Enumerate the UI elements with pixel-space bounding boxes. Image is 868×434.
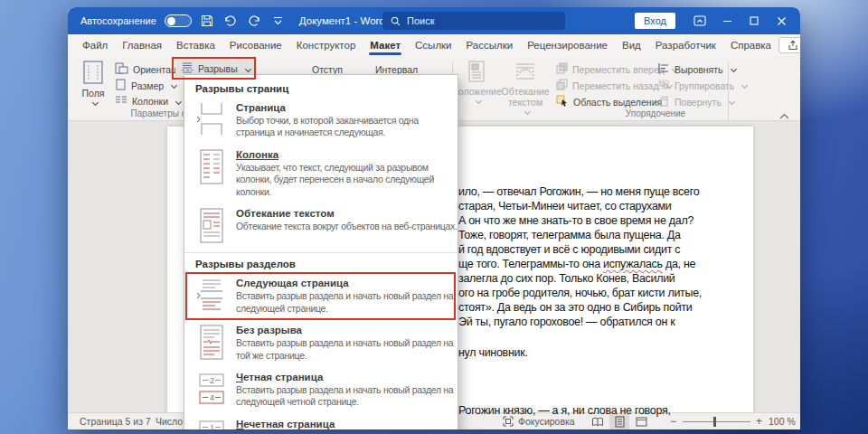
rotate-label: Повернуть xyxy=(675,97,722,108)
menu-section-page-breaks: Разрывы страниц xyxy=(184,78,458,98)
align-button[interactable]: Выровнять xyxy=(657,62,736,76)
menu-section-section-breaks: Разрывы разделов xyxy=(184,253,458,273)
menu-item-title: Колонка xyxy=(236,149,458,160)
tab-mailings[interactable]: Рассылки xyxy=(459,36,521,54)
word-window: Автосохранение xyxy=(68,7,800,429)
zoom-out-button[interactable]: − xyxy=(670,415,676,428)
menu-item-title: Нечетная страница xyxy=(236,419,458,429)
menu-item-title: Следующая страница xyxy=(236,278,458,288)
svg-text:4: 4 xyxy=(210,393,214,402)
menu-item-desc: Вставить разрыв раздела и начать новый р… xyxy=(236,337,458,362)
minimize-button[interactable] xyxy=(715,11,739,31)
next-page-break-menu-icon xyxy=(195,278,228,315)
continuous-break-menu-icon xyxy=(195,325,228,362)
tab-home[interactable]: Главная xyxy=(115,36,169,54)
menu-item-page-break[interactable]: Страница Выбор точки, в которой заканчив… xyxy=(184,98,458,145)
tab-help[interactable]: Справка xyxy=(723,36,778,54)
ribbon-display-options-icon[interactable] xyxy=(688,11,712,31)
group-button[interactable]: Группировать xyxy=(657,79,747,92)
svg-text:1: 1 xyxy=(210,423,214,429)
columns-button[interactable]: Колонки xyxy=(115,95,181,108)
undo-icon[interactable] xyxy=(223,14,239,29)
doc-text-line: ого на гробе родителя, ночью, брат кисти… xyxy=(458,287,702,299)
group-label-arrange: Упорядочение xyxy=(502,108,800,118)
tab-developer[interactable]: Разработчик xyxy=(648,36,723,54)
orientation-icon xyxy=(115,62,128,76)
menu-item-column-break[interactable]: Колонка Указывает, что текст, следующий … xyxy=(184,145,458,203)
chevron-down-icon xyxy=(729,99,735,105)
tab-draw[interactable]: Рисование xyxy=(222,36,289,54)
focus-mode-button[interactable]: Фокусировка xyxy=(503,416,575,427)
redo-icon[interactable] xyxy=(247,14,262,29)
menu-item-title: Обтекание текстом xyxy=(236,208,458,219)
search-input[interactable]: Поиск xyxy=(382,12,565,30)
margins-button[interactable]: Поля xyxy=(77,61,109,105)
svg-text:2: 2 xyxy=(210,376,214,385)
text-wrap-menu-icon xyxy=(195,208,228,244)
align-label: Выровнять xyxy=(675,64,723,75)
margins-icon xyxy=(82,61,104,86)
even-page-break-menu-icon: 2 4 xyxy=(195,372,228,409)
share-icon xyxy=(788,40,798,51)
doc-text-line: Эй ты, пугало гороховое! — обратился он … xyxy=(458,316,675,328)
breaks-label: Разрывы xyxy=(198,63,238,74)
zoom-level[interactable]: 100 % xyxy=(769,416,796,427)
menu-item-text-wrapping-break[interactable]: Обтекание текстом Обтекание текста вокру… xyxy=(184,203,458,250)
doc-text-line: нул чиновник. xyxy=(458,346,528,359)
column-break-menu-icon xyxy=(195,149,228,198)
share-button[interactable]: Поделиться xyxy=(778,37,800,53)
doc-text-line: ило, — отвечал Рогожин, — но меня пуще в… xyxy=(458,185,699,198)
tab-file[interactable]: Файл xyxy=(75,36,115,54)
signin-button[interactable]: Вход xyxy=(635,13,675,29)
columns-label: Колонки xyxy=(132,96,168,107)
position-label: Положение xyxy=(451,86,502,97)
wrap-text-label: Обтекание текстом xyxy=(500,86,551,108)
zoom-in-button[interactable]: + xyxy=(756,415,762,428)
customize-quick-access-icon[interactable] xyxy=(270,14,286,29)
document-title: Документ1 - Word xyxy=(299,15,385,26)
position-button[interactable]: Положение xyxy=(457,61,496,103)
tab-layout[interactable]: Макет xyxy=(363,36,408,54)
zoom-slider-track[interactable] xyxy=(683,421,750,422)
doc-text-line: Рогожин князю, — а я, ни слова не говоря… xyxy=(458,404,671,417)
tab-design[interactable]: Конструктор xyxy=(289,36,363,54)
menu-item-next-page[interactable]: Следующая страница Вставить разрыв разде… xyxy=(184,273,458,320)
tab-review[interactable]: Рецензирование xyxy=(520,36,615,54)
size-button[interactable]: Размер xyxy=(115,79,176,92)
columns-icon xyxy=(115,95,127,108)
doc-text-line: залегла до сих пор. Только Конев, Васили… xyxy=(458,272,675,285)
focus-icon xyxy=(503,416,514,427)
rotate-button[interactable]: Повернуть xyxy=(657,95,734,108)
menu-item-continuous[interactable]: Без разрыва Вставить разрыв раздела и на… xyxy=(184,320,458,367)
toggle-knob xyxy=(167,17,175,25)
selection-pane-icon xyxy=(556,95,569,108)
doc-text-line: й год вдовствует и всё с юродивыми сидит… xyxy=(458,243,680,256)
ribbon-tab-bar: Файл Главная Вставка Рисование Конструкт… xyxy=(68,34,800,56)
menu-item-title: Четная страница xyxy=(236,372,458,382)
doc-text-line: ще того. Телеграммы-то она испужалась да… xyxy=(458,258,695,270)
close-button[interactable] xyxy=(769,11,793,31)
maximize-button[interactable] xyxy=(742,11,766,31)
send-backward-button[interactable]: Переместить назад xyxy=(556,79,672,92)
save-icon[interactable] xyxy=(200,14,215,29)
chevron-down-icon xyxy=(741,82,748,89)
search-placeholder: Поиск xyxy=(407,15,434,26)
tab-references[interactable]: Ссылки xyxy=(408,36,459,54)
group-objects-label: Группировать xyxy=(675,80,734,91)
menu-item-even-page[interactable]: 2 4 Четная страница Вставить разрыв разд… xyxy=(184,367,458,414)
menu-item-desc: Вставить разрыв раздела и начать новый р… xyxy=(236,384,458,409)
page-number-status[interactable]: Страница 5 из 7 xyxy=(80,416,151,427)
bring-forward-label: Переместить вперед xyxy=(572,64,665,75)
odd-page-break-menu-icon: 1 3 xyxy=(195,419,228,429)
tab-insert[interactable]: Вставка xyxy=(169,36,222,54)
zoom-slider-thumb[interactable] xyxy=(713,417,716,427)
menu-item-desc: Обтекание текста вокруг объектов на веб-… xyxy=(236,221,458,232)
autosave-toggle[interactable] xyxy=(165,14,192,27)
menu-item-odd-page[interactable]: 1 3 Нечетная страница Вставить разрыв ра… xyxy=(184,414,458,429)
tab-view[interactable]: Вид xyxy=(615,36,648,54)
size-icon xyxy=(115,79,127,92)
size-label: Размер xyxy=(131,80,164,91)
wrap-text-icon xyxy=(514,61,536,84)
wrap-text-button[interactable]: Обтекание текстом xyxy=(500,61,551,114)
selection-pane-button[interactable]: Область выделения xyxy=(556,95,662,108)
